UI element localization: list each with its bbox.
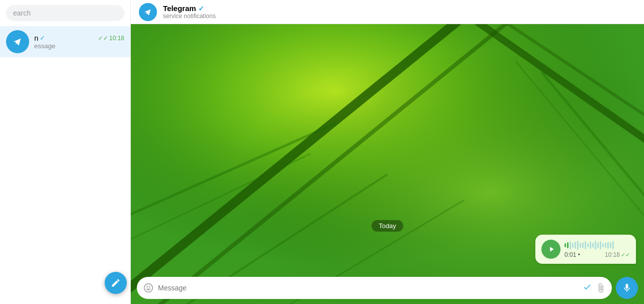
wave-bar — [580, 243, 581, 248]
chat-info: n ✓ ✓✓ 10:18 essage — [34, 34, 124, 50]
wave-bar — [590, 242, 591, 249]
voice-message-bubble: 0:01 • 10:18 ✓✓ — [535, 235, 636, 264]
emoji-button[interactable] — [143, 282, 154, 293]
chat-avatar-telegram — [6, 30, 29, 53]
wave-bar — [605, 243, 606, 248]
header-name: Telegram ✓ — [163, 4, 636, 13]
input-bar — [131, 272, 644, 304]
verified-badge: ✓ — [40, 34, 45, 42]
compose-fab[interactable] — [105, 272, 127, 294]
header-verified-icon: ✓ — [198, 5, 204, 13]
search-input[interactable]: earch — [6, 5, 124, 21]
chat-preview: essage — [34, 42, 124, 50]
mic-button[interactable] — [616, 277, 638, 299]
wave-bar — [592, 243, 594, 248]
wave-bar — [612, 241, 614, 249]
wave-bar — [587, 243, 589, 247]
wave-bar — [572, 243, 574, 248]
wave-bar — [567, 242, 569, 248]
chat-list: n ✓ ✓✓ 10:18 essage — [0, 26, 130, 304]
chat-time: ✓✓ 10:18 — [98, 35, 124, 42]
wave-bar — [577, 241, 579, 250]
voice-info: 0:01 • 10:18 ✓✓ — [565, 240, 630, 258]
voice-duration: 0:01 • — [565, 251, 580, 258]
wave-bar — [585, 241, 586, 249]
blue-check-icon — [583, 282, 592, 293]
double-check-icon: ✓✓ — [621, 252, 630, 258]
message-input-wrap — [137, 277, 612, 299]
waveform — [565, 240, 630, 250]
main-chat: Telegram ✓ service notifications — [131, 0, 644, 304]
voice-time-status: 10:18 ✓✓ — [605, 251, 630, 258]
search-text: earch — [13, 9, 31, 17]
header-avatar — [139, 3, 157, 21]
today-label: Today — [372, 220, 404, 232]
chat-background: Today — [131, 24, 644, 304]
header-subtitle: service notifications — [163, 13, 636, 20]
wave-bar — [582, 242, 584, 248]
wave-bar — [570, 241, 571, 249]
chat-header: Telegram ✓ service notifications — [131, 0, 644, 24]
wave-bar — [575, 242, 576, 249]
wave-bar — [610, 242, 611, 248]
attach-button[interactable] — [596, 283, 606, 293]
wave-bar — [595, 241, 596, 250]
sidebar: earch n ✓ ✓✓ — [0, 0, 131, 304]
chat-name-row: n ✓ ✓✓ 10:18 — [34, 34, 124, 42]
message-input[interactable] — [158, 284, 579, 292]
chat-name: n ✓ — [34, 34, 45, 42]
chat-item-telegram[interactable]: n ✓ ✓✓ 10:18 essage — [0, 26, 130, 57]
wave-bar — [565, 243, 566, 247]
play-button[interactable] — [541, 240, 560, 259]
wave-bar — [607, 242, 609, 249]
wave-bar — [597, 242, 599, 248]
wave-bar — [600, 241, 601, 249]
wave-bar — [602, 243, 604, 247]
header-info: Telegram ✓ service notifications — [163, 4, 636, 20]
voice-meta: 0:01 • 10:18 ✓✓ — [565, 251, 630, 258]
